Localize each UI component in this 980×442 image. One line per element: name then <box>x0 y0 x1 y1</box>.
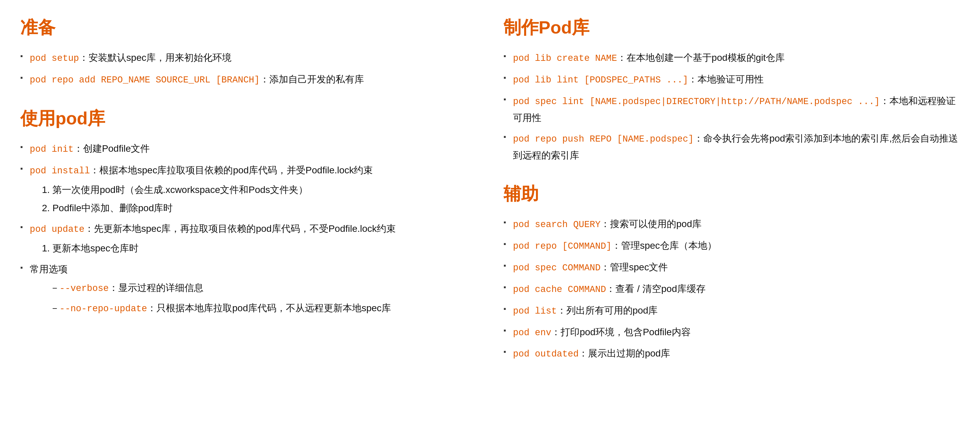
list-item-cache: pod cache COMMAND：查看 / 清空pod库缓存 <box>504 281 960 298</box>
list-item-init: pod init：创建Podfile文件 <box>20 141 476 157</box>
list-item-spec-cmd: pod spec COMMAND：管理spec文件 <box>504 259 960 276</box>
code-list: pod list <box>513 306 557 316</box>
desc-pod-update: ：先更新本地spec库，再拉取项目依赖的pod库代码，不受Podfile.loc… <box>84 223 396 234</box>
install-subitem-1: 1. 第一次使用pod时（会生成.xcworkspace文件和Pods文件夹） <box>42 182 476 198</box>
list-item-repo: pod repo [COMMAND]：管理spec仓库（本地） <box>504 238 960 254</box>
desc-verbose: ：显示过程的详细信息 <box>109 283 204 293</box>
code-pod-setup: pod setup <box>30 53 79 64</box>
help-list: pod search QUERY：搜索可以使用的pod库 pod repo [C… <box>504 216 960 362</box>
code-lib-create: pod lib create NAME <box>513 53 617 64</box>
list-item-repo-push: pod repo push REPO [NAME.podspec]：命令执行会先… <box>504 130 960 163</box>
desc-repo: ：管理spec仓库（本地） <box>612 240 717 251</box>
dash-option-verbose: --verbose：显示过程的详细信息 <box>50 280 476 297</box>
code-pod-install: pod install <box>30 166 90 176</box>
list-item-spec-lint: pod spec lint [NAME.podspec|DIRECTORY|ht… <box>504 93 960 126</box>
install-subitems: 1. 第一次使用pod时（会生成.xcworkspace文件和Pods文件夹） … <box>30 182 476 216</box>
section-use-pod: 使用pod库 pod init：创建Podfile文件 pod install：… <box>20 105 476 317</box>
desc-pod-install: ：根据本地spec库拉取项目依赖的pod库代码，并受Podfile.lock约束 <box>90 165 373 175</box>
list-item-lib-create: pod lib create NAME：在本地创建一个基于pod模板的git仓库 <box>504 50 960 67</box>
code-pod-repo-add: pod repo add REPO_NAME SOURCE_URL [BRANC… <box>30 75 260 85</box>
desc-pod-repo-add: ：添加自己开发的私有库 <box>260 74 364 84</box>
section-help: 辅助 pod search QUERY：搜索可以使用的pod库 pod repo… <box>504 180 960 362</box>
list-item-env: pod env：打印pod环境，包含Podfile内容 <box>504 324 960 341</box>
desc-env: ：打印pod环境，包含Podfile内容 <box>551 327 690 337</box>
desc-lib-create: ：在本地创建一个基于pod模板的git仓库 <box>617 52 785 63</box>
code-spec-cmd: pod spec COMMAND <box>513 263 600 273</box>
list-item-update: pod update：先更新本地spec库，再拉取项目依赖的pod库代码，不受P… <box>20 221 476 256</box>
code-repo: pod repo [COMMAND] <box>513 241 612 251</box>
code-repo-push: pod repo push REPO [NAME.podspec] <box>513 134 694 144</box>
section-make-pod: 制作Pod库 pod lib create NAME：在本地创建一个基于pod模… <box>504 14 960 164</box>
list-item-install: pod install：根据本地spec库拉取项目依赖的pod库代码，并受Pod… <box>20 162 476 216</box>
code-pod-update: pod update <box>30 224 84 235</box>
list-item-outdated: pod outdated：展示出过期的pod库 <box>504 345 960 362</box>
section-zhunbei-title: 准备 <box>20 14 476 41</box>
desc-spec-cmd: ：管理spec文件 <box>600 262 668 272</box>
section-zhunbei: 准备 pod setup：安装默认spec库，用来初始化环境 pod repo … <box>20 14 476 88</box>
desc-list: ：列出所有可用的pod库 <box>557 305 658 316</box>
update-subitems: 1. 更新本地spec仓库时 <box>30 240 476 256</box>
code-env: pod env <box>513 328 551 338</box>
code-lib-lint: pod lib lint [PODSPEC_PATHS ...] <box>513 75 688 85</box>
desc-search: ：搜索可以使用的pod库 <box>600 219 702 229</box>
options-label: 常用选项 <box>30 264 68 274</box>
desc-pod-init: ：创建Podfile文件 <box>74 143 150 154</box>
right-column: 制作Pod库 pod lib create NAME：在本地创建一个基于pod模… <box>504 14 960 378</box>
desc-no-repo-update: ：只根据本地库拉取pod库代码，不从远程更新本地spec库 <box>147 303 391 313</box>
desc-cache: ：查看 / 清空pod库缓存 <box>606 283 705 294</box>
dash-option-no-repo-update: --no-repo-update：只根据本地库拉取pod库代码，不从远程更新本地… <box>50 300 476 317</box>
section-make-pod-title: 制作Pod库 <box>504 14 960 41</box>
code-no-repo-update: --no-repo-update <box>59 304 147 314</box>
use-pod-list: pod init：创建Podfile文件 pod install：根据本地spe… <box>20 141 476 317</box>
code-pod-init: pod init <box>30 144 74 154</box>
list-item-search: pod search QUERY：搜索可以使用的pod库 <box>504 216 960 233</box>
code-outdated: pod outdated <box>513 349 579 359</box>
list-item: pod setup：安装默认spec库，用来初始化环境 <box>20 50 476 67</box>
make-pod-list: pod lib create NAME：在本地创建一个基于pod模板的git仓库… <box>504 50 960 164</box>
section-help-title: 辅助 <box>504 180 960 208</box>
code-cache: pod cache COMMAND <box>513 285 606 295</box>
desc-lib-lint: ：本地验证可用性 <box>688 74 764 84</box>
code-spec-lint: pod spec lint [NAME.podspec|DIRECTORY|ht… <box>513 97 880 107</box>
dash-options-list: --verbose：显示过程的详细信息 --no-repo-update：只根据… <box>30 280 476 317</box>
list-item-lib-lint: pod lib lint [PODSPEC_PATHS ...]：本地验证可用性 <box>504 71 960 88</box>
desc-outdated: ：展示出过期的pod库 <box>579 348 670 359</box>
section-use-pod-title: 使用pod库 <box>20 105 476 132</box>
list-item-options: 常用选项 --verbose：显示过程的详细信息 --no-repo-updat… <box>20 261 476 317</box>
desc-pod-setup: ：安装默认spec库，用来初始化环境 <box>79 52 231 63</box>
list-item-list: pod list：列出所有可用的pod库 <box>504 302 960 320</box>
left-column: 准备 pod setup：安装默认spec库，用来初始化环境 pod repo … <box>20 14 476 378</box>
code-search: pod search QUERY <box>513 219 600 230</box>
code-verbose: --verbose <box>59 283 109 294</box>
install-subitem-2: 2. Podfile中添加、删除pod库时 <box>42 200 476 216</box>
list-item: pod repo add REPO_NAME SOURCE_URL [BRANC… <box>20 71 476 88</box>
zhunbei-list: pod setup：安装默认spec库，用来初始化环境 pod repo add… <box>20 50 476 88</box>
update-subitem-1: 1. 更新本地spec仓库时 <box>42 240 476 256</box>
